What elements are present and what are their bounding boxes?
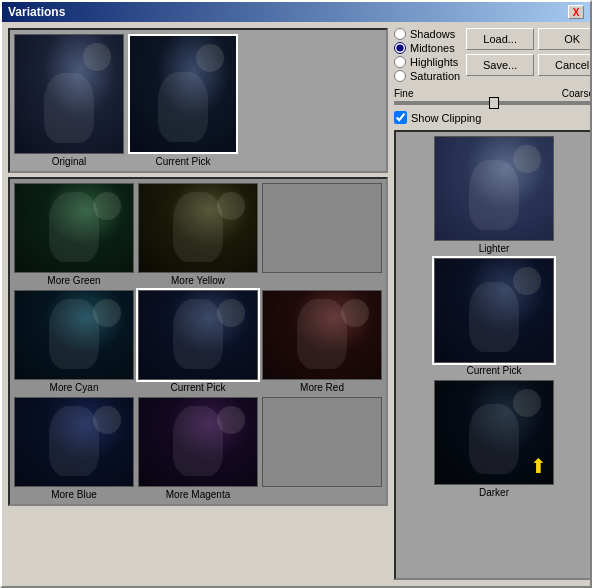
radio-highlights-label: Highlights — [410, 56, 458, 68]
more-green-thumb[interactable]: More Green — [14, 183, 134, 286]
lighter-label: Lighter — [479, 243, 510, 254]
lighter-image[interactable] — [434, 136, 554, 241]
show-clipping-checkbox[interactable] — [394, 111, 407, 124]
more-red-image[interactable] — [262, 290, 382, 380]
slider-track[interactable] — [394, 101, 592, 105]
more-blue-label: More Blue — [51, 489, 97, 500]
original-image-cell: Original — [14, 34, 124, 167]
fig-b — [49, 406, 99, 476]
moon-decoration-2 — [196, 44, 224, 72]
right-panel: Shadows Midtones Highlights Saturation — [394, 28, 592, 580]
radio-shadows[interactable]: Shadows — [394, 28, 460, 40]
current-pick-right-thumb[interactable]: Current Pick — [400, 258, 588, 376]
right-images-panel: Lighter Current Pick ⬆ — [394, 130, 592, 580]
more-yellow-image[interactable] — [138, 183, 258, 273]
current-pick-mid-label: Current Pick — [170, 382, 225, 393]
more-green-label: More Green — [47, 275, 100, 286]
close-button[interactable]: X — [568, 5, 584, 19]
load-button[interactable]: Load... — [466, 28, 534, 50]
radio-midtones-label: Midtones — [410, 42, 455, 54]
fig-r — [297, 299, 347, 369]
original-label: Original — [52, 156, 86, 167]
more-blue-image[interactable] — [14, 397, 134, 487]
original-image — [14, 34, 124, 154]
empty-top-right-image — [262, 183, 382, 273]
window-title: Variations — [8, 5, 65, 19]
slider-section: Fine Coarse — [394, 88, 592, 105]
current-pick-right-label: Current Pick — [466, 365, 521, 376]
radio-highlights-input[interactable] — [394, 56, 406, 68]
empty-top-right-thumb — [262, 183, 382, 286]
moon-cr — [513, 267, 541, 295]
more-cyan-thumb[interactable]: More Cyan — [14, 290, 134, 393]
fine-label: Fine — [394, 88, 413, 99]
more-red-label: More Red — [300, 382, 344, 393]
current-pick-top-image — [128, 34, 238, 154]
cursor-indicator: ⬆ — [530, 454, 547, 478]
moon-dk — [513, 389, 541, 417]
more-green-image[interactable] — [14, 183, 134, 273]
left-panel: Original Current Pick — [8, 28, 388, 580]
darker-label: Darker — [479, 487, 509, 498]
more-cyan-image[interactable] — [14, 290, 134, 380]
current-pick-top-label: Current Pick — [155, 156, 210, 167]
fig-mid — [173, 299, 223, 369]
darker-image[interactable]: ⬆ — [434, 380, 554, 485]
radio-highlights[interactable]: Highlights — [394, 56, 460, 68]
more-red-thumb[interactable]: More Red — [262, 290, 382, 393]
more-magenta-thumb[interactable]: More Magenta — [138, 397, 258, 500]
fig-g — [49, 192, 99, 262]
fig-cr — [469, 282, 519, 352]
show-clipping-row[interactable]: Show Clipping — [394, 111, 592, 124]
slider-thumb[interactable] — [489, 97, 499, 109]
left-grid: More Green More Yellow — [8, 177, 388, 506]
current-pick-mid-thumb[interactable]: Current Pick — [138, 290, 258, 393]
radio-saturation[interactable]: Saturation — [394, 70, 460, 82]
fig-y — [173, 192, 223, 262]
title-bar: Variations X — [2, 2, 590, 22]
content-area: Original Current Pick — [2, 22, 590, 586]
radio-saturation-input[interactable] — [394, 70, 406, 82]
more-cyan-label: More Cyan — [50, 382, 99, 393]
radio-shadows-input[interactable] — [394, 28, 406, 40]
empty-bottom-right-thumb — [262, 397, 382, 500]
current-pick-mid-image[interactable] — [138, 290, 258, 380]
figure-decoration — [44, 73, 94, 143]
main-grid-area: More Green More Yellow — [8, 177, 388, 506]
show-clipping-label: Show Clipping — [411, 112, 481, 124]
radio-midtones[interactable]: Midtones — [394, 42, 460, 54]
variations-window: Variations X Original — [0, 0, 592, 588]
empty-bottom-right-image — [262, 397, 382, 487]
more-magenta-image[interactable] — [138, 397, 258, 487]
top-images-panel: Original Current Pick — [8, 28, 388, 173]
current-pick-right-image[interactable] — [434, 258, 554, 363]
controls-top: Shadows Midtones Highlights Saturation — [394, 28, 592, 82]
more-yellow-thumb[interactable]: More Yellow — [138, 183, 258, 286]
lighter-thumb[interactable]: Lighter — [400, 136, 588, 254]
more-yellow-label: More Yellow — [171, 275, 225, 286]
fig-c — [49, 299, 99, 369]
figure-decoration-2 — [158, 72, 208, 142]
radio-midtones-input[interactable] — [394, 42, 406, 54]
radio-saturation-label: Saturation — [410, 70, 460, 82]
coarse-label: Coarse — [562, 88, 592, 99]
moon-decoration — [83, 43, 111, 71]
more-magenta-label: More Magenta — [166, 489, 230, 500]
fig-m — [173, 406, 223, 476]
radio-shadows-label: Shadows — [410, 28, 455, 40]
cancel-button[interactable]: Cancel — [538, 54, 592, 76]
save-button[interactable]: Save... — [466, 54, 534, 76]
current-pick-top-cell: Current Pick — [128, 34, 238, 167]
buttons-group: Load... OK Save... Cancel — [466, 28, 592, 76]
radio-group: Shadows Midtones Highlights Saturation — [394, 28, 460, 82]
fig-dk — [469, 404, 519, 474]
more-blue-thumb[interactable]: More Blue — [14, 397, 134, 500]
moon-lt — [513, 145, 541, 173]
darker-thumb[interactable]: ⬆ Darker — [400, 380, 588, 498]
fig-lt — [469, 160, 519, 230]
ok-button[interactable]: OK — [538, 28, 592, 50]
